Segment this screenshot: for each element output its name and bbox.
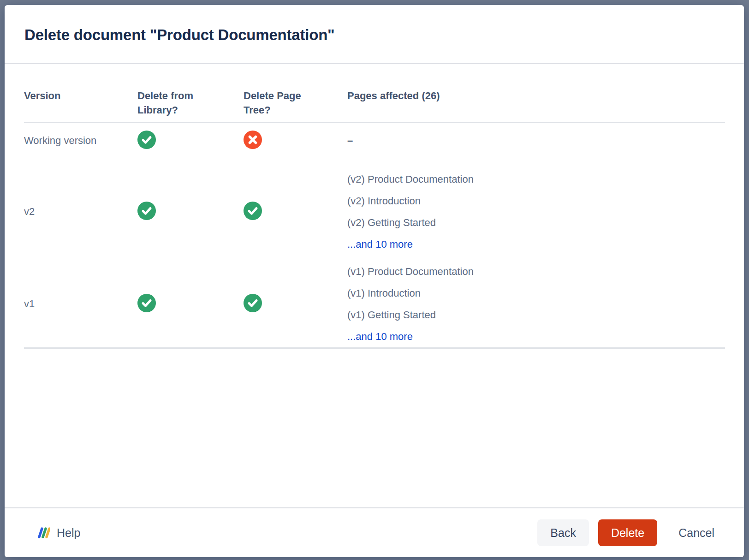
column-header-pages-affected: Pages affected (26) bbox=[347, 89, 725, 103]
delete-button[interactable]: Delete bbox=[598, 519, 657, 546]
check-circle-icon bbox=[244, 202, 262, 220]
page-item: (v2) Introduction bbox=[347, 190, 725, 212]
version-label: v1 bbox=[24, 295, 137, 313]
dialog-title: Delete document "Product Documentation" bbox=[24, 26, 724, 44]
check-circle-icon bbox=[137, 294, 156, 312]
cross-circle-icon bbox=[244, 131, 262, 149]
check-circle-icon bbox=[137, 131, 156, 149]
page-item: (v1) Product Documentation bbox=[347, 261, 725, 282]
table-header-row: Version Delete from Library? Delete Page… bbox=[24, 64, 725, 123]
check-circle-icon bbox=[244, 294, 262, 312]
help-link[interactable]: Help bbox=[36, 526, 80, 540]
check-circle-icon bbox=[137, 202, 156, 220]
column-header-delete-from-library: Delete from Library? bbox=[137, 89, 220, 117]
page-item: (v1) Introduction bbox=[347, 282, 725, 304]
back-button[interactable]: Back bbox=[537, 519, 589, 546]
pages-affected-list: (v2) Product Documentation (v2) Introduc… bbox=[347, 168, 725, 255]
table-row-working-version: Working version – bbox=[24, 123, 725, 154]
pages-affected-placeholder: – bbox=[347, 131, 725, 150]
table-row-v1: v1 (v1) Product Documentation (v1) Intro… bbox=[24, 255, 725, 347]
dialog-body: Version Delete from Library? Delete Page… bbox=[5, 64, 744, 507]
version-label: Working version bbox=[24, 131, 137, 150]
column-header-version: Version bbox=[24, 89, 137, 103]
help-label: Help bbox=[57, 526, 80, 540]
dialog-header: Delete document "Product Documentation" bbox=[5, 5, 744, 64]
page-item: (v1) Getting Started bbox=[347, 304, 725, 326]
page-item: (v2) Getting Started bbox=[347, 212, 725, 233]
version-label: v2 bbox=[24, 203, 137, 221]
and-more-link[interactable]: ...and 10 more bbox=[347, 233, 413, 255]
and-more-link[interactable]: ...and 10 more bbox=[347, 326, 413, 347]
delete-document-dialog: Delete document "Product Documentation" … bbox=[5, 5, 744, 557]
dialog-footer: Help Back Delete Cancel bbox=[5, 507, 744, 557]
scroll-apps-logo-icon bbox=[36, 526, 50, 539]
table-row-v2: v2 (v2) Product Documentation (v2) Intro… bbox=[24, 154, 725, 255]
pages-affected-list: (v1) Product Documentation (v1) Introduc… bbox=[347, 261, 725, 347]
column-header-delete-page-tree: Delete Page Tree? bbox=[244, 89, 326, 117]
table-bottom-divider bbox=[24, 347, 725, 349]
page-item: (v2) Product Documentation bbox=[347, 168, 725, 190]
cancel-button[interactable]: Cancel bbox=[678, 519, 715, 546]
